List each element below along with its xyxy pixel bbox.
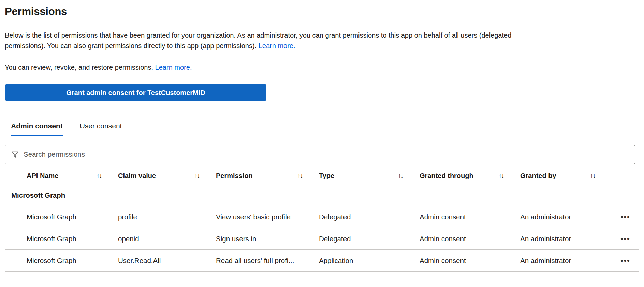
sort-icon[interactable]: ↑↓ <box>194 172 200 180</box>
cell-granted-through: Admin consent <box>420 257 520 265</box>
cell-claim-value: profile <box>118 213 216 221</box>
column-header-api-name[interactable]: API Name↑↓ <box>5 172 118 180</box>
table-row[interactable]: Microsoft Graph profile View users' basi… <box>5 206 639 228</box>
grant-admin-consent-button[interactable]: Grant admin consent for TestCustomerMID <box>5 84 266 101</box>
sort-icon[interactable]: ↑↓ <box>97 172 102 180</box>
table-row[interactable]: Microsoft Graph User.Read.All Read all u… <box>5 250 639 272</box>
intro-text: Below is the list of permissions that ha… <box>5 31 511 50</box>
review-text: You can review, revoke, and restore perm… <box>5 64 153 71</box>
search-input[interactable] <box>24 150 631 159</box>
cell-granted-through: Admin consent <box>420 235 520 243</box>
tab-admin-consent[interactable]: Admin consent <box>11 122 63 136</box>
cell-granted-by: An administrator <box>520 257 612 265</box>
column-header-claim-value[interactable]: Claim value↑↓ <box>118 172 216 180</box>
cell-permission: View users' basic profile <box>216 213 319 221</box>
column-header-granted-through[interactable]: Granted through↑↓ <box>420 172 520 180</box>
column-header-permission[interactable]: Permission↑↓ <box>216 172 319 180</box>
review-paragraph: You can review, revoke, and restore perm… <box>5 62 639 73</box>
sort-icon[interactable]: ↑↓ <box>590 172 595 180</box>
filter-funnel-icon <box>11 150 19 159</box>
cell-api-name: Microsoft Graph <box>5 235 118 243</box>
tab-user-consent[interactable]: User consent <box>80 122 122 136</box>
cell-type: Application <box>319 257 420 265</box>
row-context-menu-button[interactable]: ••• <box>618 255 633 266</box>
cell-granted-by: An administrator <box>520 213 612 221</box>
table-header-row: API Name↑↓ Claim value↑↓ Permission↑↓ Ty… <box>5 167 639 185</box>
cell-permission: Sign users in <box>216 235 319 243</box>
permissions-table: API Name↑↓ Claim value↑↓ Permission↑↓ Ty… <box>5 167 639 272</box>
sort-icon[interactable]: ↑↓ <box>297 172 303 180</box>
cell-permission: Read all users' full profi... <box>216 257 319 265</box>
learn-more-link-intro[interactable]: Learn more. <box>259 42 295 50</box>
cell-type: Delegated <box>319 213 420 221</box>
page-title: Permissions <box>5 5 639 18</box>
cell-granted-through: Admin consent <box>420 213 520 221</box>
column-header-type[interactable]: Type↑↓ <box>319 172 420 180</box>
cell-type: Delegated <box>319 235 420 243</box>
table-row[interactable]: Microsoft Graph openid Sign users in Del… <box>5 228 639 250</box>
sort-icon[interactable]: ↑↓ <box>499 172 504 180</box>
cell-claim-value: openid <box>118 235 216 243</box>
column-header-granted-by[interactable]: Granted by↑↓ <box>520 172 612 180</box>
row-context-menu-button[interactable]: ••• <box>618 233 633 244</box>
row-context-menu-button[interactable]: ••• <box>618 211 633 222</box>
search-box[interactable] <box>5 145 635 164</box>
sort-icon[interactable]: ↑↓ <box>398 172 403 180</box>
learn-more-link-review[interactable]: Learn more. <box>155 64 192 71</box>
consent-tabs: Admin consent User consent <box>11 122 639 136</box>
table-group-header: Microsoft Graph <box>5 185 639 206</box>
cell-granted-by: An administrator <box>520 235 612 243</box>
permissions-page: Permissions Below is the list of permiss… <box>0 5 644 272</box>
intro-paragraph: Below is the list of permissions that ha… <box>5 30 532 51</box>
cell-claim-value: User.Read.All <box>118 257 216 265</box>
cell-api-name: Microsoft Graph <box>5 257 118 265</box>
cell-api-name: Microsoft Graph <box>5 213 118 221</box>
